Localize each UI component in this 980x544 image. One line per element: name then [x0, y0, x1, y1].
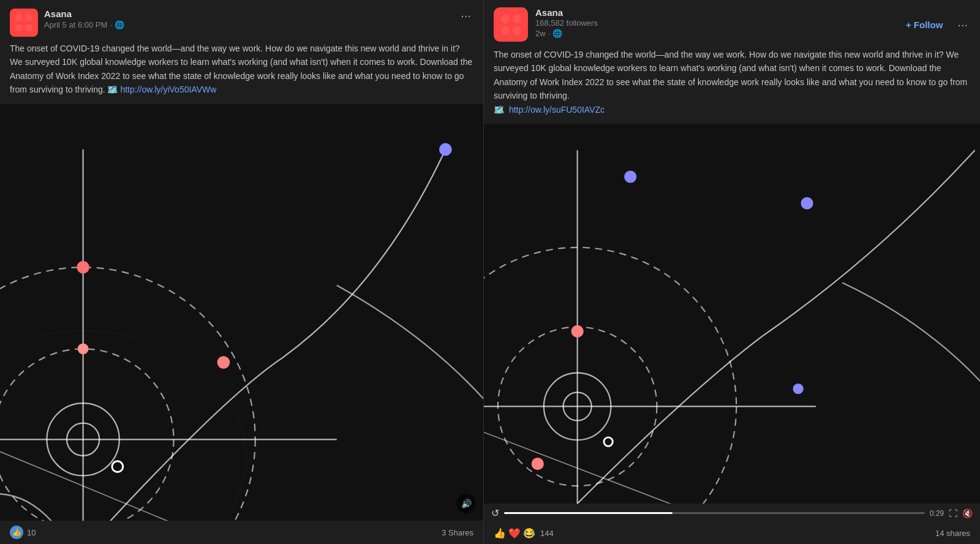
right-reactions: 👍 ❤️ 😂 144 — [494, 527, 554, 539]
svg-point-32 — [571, 325, 584, 338]
avatar-dot-4 — [25, 24, 32, 31]
left-like-emoji: 👍 — [10, 526, 23, 539]
left-post-date: April 5 at 6:00 PM — [44, 20, 107, 29]
right-post-image — [484, 124, 980, 504]
right-followers: 168,582 followers — [535, 18, 598, 28]
left-reaction-count: 10 — [27, 528, 36, 537]
fullscreen-button[interactable]: ⛶ — [949, 508, 957, 518]
follow-button[interactable]: + Follow — [906, 20, 943, 30]
right-post-link[interactable]: http://ow.ly/suFU50IAVZc — [509, 105, 605, 115]
right-shares-count: 14 shares — [935, 529, 970, 538]
right-post-time: 2w — [535, 29, 546, 38]
svg-point-31 — [801, 197, 813, 210]
right-post-info: Asana 168,582 followers 2w · 🌐 — [535, 7, 598, 38]
volume-button[interactable]: 🔇 — [962, 508, 973, 518]
left-post-link[interactable]: http://ow.ly/yiVo50IAVWw — [120, 85, 216, 94]
left-post: Asana April 5 at 6:00 PM · 🌐 ··· The ons… — [0, 0, 484, 544]
replay-button[interactable]: ↺ — [491, 507, 499, 519]
right-post-header-info: Asana 168,582 followers 2w · 🌐 — [494, 7, 598, 42]
svg-point-17 — [439, 143, 452, 156]
avatar-dot-2 — [25, 14, 32, 21]
right-more-button[interactable]: ··· — [955, 18, 970, 32]
svg-point-8 — [77, 260, 89, 273]
right-avatar-dot-4 — [513, 26, 521, 35]
svg-point-33 — [532, 458, 544, 470]
right-post: Asana 168,582 followers 2w · 🌐 + Follow … — [484, 0, 980, 544]
left-globe-icon: 🌐 — [115, 20, 124, 29]
right-post-header-row: Asana 168,582 followers 2w · 🌐 + Follow … — [484, 0, 980, 42]
svg-point-9 — [78, 343, 89, 354]
right-avatar-dot-1 — [501, 15, 510, 23]
svg-point-30 — [624, 170, 636, 183]
right-post-footer: 👍 ❤️ 😂 144 14 shares — [484, 523, 980, 544]
svg-rect-23 — [484, 124, 980, 504]
video-time: 0:29 — [930, 509, 944, 518]
right-avatar-dot-2 — [513, 15, 521, 23]
left-shares-count: 3 Shares — [442, 528, 473, 537]
left-avatar — [10, 9, 38, 37]
avatar-dot-1 — [15, 14, 23, 21]
left-reactions: 👍 10 — [10, 526, 36, 539]
right-reaction-count: 144 — [540, 529, 554, 538]
right-author-name[interactable]: Asana — [535, 7, 598, 18]
right-video-controls: ↺ 0:29 ⛶ 🔇 — [484, 504, 980, 523]
left-post-text: The onset of COVID-19 changed the world—… — [0, 42, 483, 104]
left-post-footer: 👍 10 3 Shares — [0, 521, 483, 544]
left-post-image: 🔊 — [0, 104, 483, 521]
avatar-dot-3 — [15, 24, 23, 31]
left-mute-button[interactable]: 🔊 — [456, 494, 476, 513]
right-avatar-dot-3 — [501, 26, 510, 35]
left-post-info: Asana April 5 at 6:00 PM · 🌐 — [44, 9, 458, 29]
video-progress-bar[interactable] — [504, 512, 925, 514]
right-post-meta: 2w · 🌐 — [535, 29, 598, 38]
left-post-meta: April 5 at 6:00 PM · 🌐 — [44, 20, 458, 29]
left-post-header: Asana April 5 at 6:00 PM · 🌐 ··· — [0, 0, 483, 42]
left-author-name[interactable]: Asana — [44, 9, 458, 19]
svg-rect-0 — [0, 104, 483, 521]
right-globe-icon: 🌐 — [552, 29, 562, 38]
right-avatar — [494, 7, 528, 42]
video-progress-fill — [504, 512, 673, 514]
left-more-button[interactable]: ··· — [458, 9, 473, 23]
right-post-text: The onset of COVID-19 changed the world—… — [484, 42, 980, 124]
svg-point-11 — [217, 356, 230, 369]
svg-point-34 — [793, 383, 803, 394]
